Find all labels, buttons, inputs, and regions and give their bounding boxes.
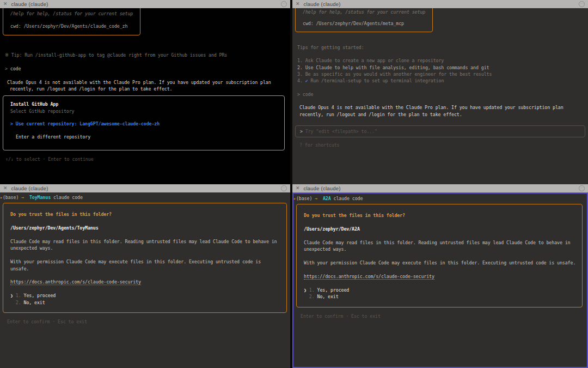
terminal-content[interactable]: ▸(base) → A2A claude code Do you trust t… xyxy=(292,192,588,368)
prompt-line: > code xyxy=(5,65,290,72)
option-yes-proceed[interactable]: ❯ 1. Yes, proceed xyxy=(304,287,575,293)
shell-prompt: ▸(base) → ToyManus claude code xyxy=(0,192,290,201)
conda-env: (base) xyxy=(3,195,19,200)
window-title: claude (claude) xyxy=(11,185,48,191)
cwd-line: cwd: /Users/zephyr/Dev/Agents/claude_cod… xyxy=(10,23,140,29)
tip4-number: 4. xyxy=(297,78,303,83)
option1-number: 1. xyxy=(309,287,315,293)
menu-icon[interactable]: ··· xyxy=(281,1,287,7)
folder-path: /Users/zephyr/Dev/Agents/ToyManus xyxy=(10,225,280,231)
help-hint: /help for help, /status for your current… xyxy=(10,10,140,17)
security-link-line: https://docs.anthropic.com/s/claude-code… xyxy=(304,273,575,280)
tip-item-4: 4. ✔ Run /terminal-setup to set up termi… xyxy=(297,77,588,84)
close-icon[interactable]: ✕ xyxy=(296,184,300,192)
welcome-box: /help for help, /status for your current… xyxy=(3,8,140,35)
trust-paragraph-1: Claude Code may read files in this folde… xyxy=(10,238,280,252)
window-title: claude (claude) xyxy=(11,1,48,7)
trust-dialog-title: Do you trust the files in this folder? xyxy=(304,212,575,219)
option2-number: 2. xyxy=(309,294,315,299)
command-input[interactable]: > Try "edit <filepath> to..." xyxy=(295,125,585,137)
desktop: ✕ claude (claude) ··· /help for help, /s… xyxy=(0,0,588,368)
para1-line1: Claude Code may read files in this folde… xyxy=(10,238,280,245)
para1-line2: unexpected ways. xyxy=(304,246,575,252)
current-dir: ToyManus xyxy=(29,195,51,200)
tip4-text: Run /terminal-setup to set up terminal i… xyxy=(311,78,444,83)
security-docs-link[interactable]: https://docs.anthropic.com/s/claude-code… xyxy=(304,274,434,280)
option1-label: Yes, proceed xyxy=(317,287,350,293)
trust-paragraph-2: With your permission Claude Code may exe… xyxy=(10,258,280,272)
terminal-window-bottom-left: ✕ claude (claude) ··· ▸(base) → ToyManus… xyxy=(0,184,290,368)
titlebar[interactable]: ✕ claude (claude) ··· xyxy=(292,0,588,8)
menu-icon[interactable]: ··· xyxy=(281,185,287,191)
tip-item-3: 3. Be as specific as you would with anot… xyxy=(297,71,588,77)
option-enter-different-repository[interactable]: Enter a different repository xyxy=(16,134,284,140)
shell-prompt: ▸(base) → A2A claude code xyxy=(293,194,587,202)
help-hint: /help for help, /status for your current… xyxy=(303,9,432,15)
plan-notice-line2: recently, run /logout and /login for the… xyxy=(299,111,588,118)
install-github-app-dialog: Install GitHub App Select GitHub reposit… xyxy=(3,95,285,150)
plan-notice: Claude Opus 4 is not available with the … xyxy=(7,79,290,93)
tips-header: Tips for getting started: xyxy=(297,44,588,51)
option1-number: 1. xyxy=(16,293,21,298)
option-use-current-repository[interactable]: > Use current repository: LangGPT/awesom… xyxy=(10,120,284,127)
option2-label: No, exit xyxy=(317,294,339,299)
option-no-exit[interactable]: 2. No, exit xyxy=(304,293,575,300)
close-icon[interactable]: ✕ xyxy=(3,184,8,192)
option-yes-proceed[interactable]: ❯ 1. Yes, proceed xyxy=(10,292,280,299)
trust-paragraph-2: With your permission Claude Code may exe… xyxy=(304,260,575,266)
terminal-window-bottom-right: ✕ claude (claude) ··· ▸(base) → A2A clau… xyxy=(292,184,588,368)
tip-line: ※ Tip: Run /install-github-app to tag @c… xyxy=(5,52,290,58)
security-link-line: https://docs.anthropic.com/s/claude-code… xyxy=(10,279,280,285)
menu-icon[interactable]: ··· xyxy=(579,185,585,191)
trust-dialog: Do you trust the files in this folder? /… xyxy=(3,203,287,313)
plan-notice-line2: recently, run /logout and /login for the… xyxy=(7,86,290,92)
cwd-line: cwd: /Users/zephyr/Dev/Agents/meta_mcp xyxy=(303,20,432,27)
terminal-content[interactable]: /help for help, /status for your current… xyxy=(292,8,588,184)
para1-line1: Claude Code may read files in this folde… xyxy=(304,239,575,246)
option2-number: 2. xyxy=(16,300,21,305)
dialog-subtitle: Select GitHub repository xyxy=(10,108,284,114)
trust-options: ❯ 1. Yes, proceed 2. No, exit xyxy=(10,292,280,306)
conda-env: (base) xyxy=(296,196,312,201)
para2-line1: With your permission Claude Code may exe… xyxy=(10,258,280,265)
security-docs-link[interactable]: https://docs.anthropic.com/s/claude-code… xyxy=(10,279,141,285)
close-icon[interactable]: ✕ xyxy=(296,0,300,8)
window-title: claude (claude) xyxy=(304,185,341,191)
tip-item-2: 2. Use Claude to help with file analysis… xyxy=(297,64,588,71)
tips-list: 1. Ask Claude to create a new app or clo… xyxy=(297,57,588,85)
trust-options: ❯ 1. Yes, proceed 2. No, exit xyxy=(304,287,575,300)
dialog-title: Install GitHub App xyxy=(10,101,284,107)
close-icon[interactable]: ✕ xyxy=(3,0,8,8)
trust-dialog-title: Do you trust the files in this folder? xyxy=(10,211,280,218)
folder-path: /Users/zephyr/Dev/A2A xyxy=(304,226,575,232)
confirm-hint: Enter to confirm · Esc to exit xyxy=(7,318,290,325)
terminal-content[interactable]: /help for help, /status for your current… xyxy=(0,8,290,184)
trust-paragraph-1: Claude Code may read files in this folde… xyxy=(304,239,575,253)
menu-icon[interactable]: ··· xyxy=(579,1,585,7)
prompt-command: code xyxy=(303,92,314,97)
welcome-box: /help for help, /status for your current… xyxy=(295,8,433,32)
titlebar[interactable]: ✕ claude (claude) ··· xyxy=(0,184,290,192)
shell-command: claude code xyxy=(53,195,83,200)
select-hint: ↑/↓ to select · Enter to continue xyxy=(5,156,290,162)
trust-dialog: Do you trust the files in this folder? /… xyxy=(296,204,583,307)
terminal-window-top-left: ✕ claude (claude) ··· /help for help, /s… xyxy=(0,0,290,184)
confirm-hint: Enter to confirm · Esc to exit xyxy=(301,313,587,319)
plan-notice: Claude Opus 4 is not available with the … xyxy=(299,104,588,118)
current-dir: A2A xyxy=(323,196,331,201)
option1-label: Yes, proceed xyxy=(24,293,56,298)
tip-item-1: 1. Ask Claude to create a new app or clo… xyxy=(297,57,588,64)
prompt-line: > code xyxy=(297,91,588,98)
titlebar[interactable]: ✕ claude (claude) ··· xyxy=(292,184,588,192)
option2-label: No, exit xyxy=(24,300,45,305)
terminal-window-top-right: ✕ claude (claude) ··· /help for help, /s… xyxy=(292,0,588,184)
shortcuts-hint: ? for shortcuts xyxy=(299,142,588,148)
window-title: claude (claude) xyxy=(304,1,341,7)
input-placeholder-line: > Try "edit <filepath> to..." xyxy=(300,128,585,135)
titlebar[interactable]: ✕ claude (claude) ··· xyxy=(0,0,290,8)
plan-notice-line1: Claude Opus 4 is not available with the … xyxy=(7,79,290,86)
para2-line2: unsafe. xyxy=(10,266,280,272)
option-no-exit[interactable]: 2. No, exit xyxy=(10,299,280,306)
shell-command: claude code xyxy=(333,196,363,201)
terminal-content[interactable]: ▸(base) → ToyManus claude code Do you tr… xyxy=(0,192,290,368)
